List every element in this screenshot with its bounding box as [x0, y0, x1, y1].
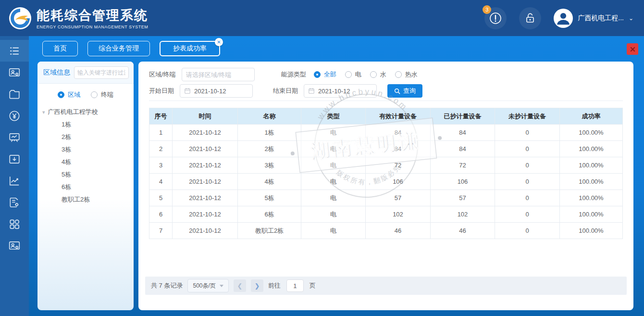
table-cell: 0	[495, 174, 560, 190]
app-subtitle: ENERGY CONSUMPTION MANAGEMENT SYSTEM	[37, 25, 148, 29]
user-menu[interactable]: 广西机电工程... ⌄	[554, 9, 633, 28]
tab-2[interactable]: 抄表成功率✕	[160, 41, 220, 56]
tree-node[interactable]: 4栋	[42, 156, 134, 168]
tree-node[interactable]: 6栋	[42, 181, 134, 193]
tabbar: 首页综合业务管理抄表成功率✕	[29, 36, 644, 61]
results-panel: 区域/终端 能源类型 全部电水热水 开始日期 2021-10-12 结束日期	[138, 62, 633, 310]
table-cell: 106	[431, 174, 495, 190]
page-size-select[interactable]: 500条/页	[187, 279, 228, 292]
table-cell: 100.00%	[560, 141, 623, 157]
menu-list-icon[interactable]	[0, 40, 29, 62]
unlock-icon	[523, 11, 537, 25]
user-name: 广西机电工程...	[578, 14, 624, 23]
start-date-input[interactable]: 2021-10-12	[180, 84, 253, 98]
table-row[interactable]: 12021-10-121栋电84840100.00%	[149, 125, 623, 141]
radio-区域[interactable]: 区域	[58, 90, 80, 99]
table-cell: 84	[431, 125, 495, 141]
content-area: 首页综合业务管理抄表成功率✕ 区域信息 区域终端 ▾ 广西机电工程学校 1栋2栋…	[29, 36, 644, 316]
table-cell: 2021-10-12	[173, 141, 238, 157]
document-gear-icon[interactable]	[0, 191, 29, 213]
table-cell: 84	[366, 125, 431, 141]
notification-badge: 3	[483, 5, 491, 14]
presentation-chart-icon[interactable]	[0, 126, 29, 148]
table-cell: 2021-10-12	[173, 190, 238, 206]
radio-终端[interactable]: 终端	[91, 90, 113, 99]
tree-node[interactable]: 3栋	[42, 143, 134, 156]
table-cell: 0	[495, 206, 560, 223]
table-cell: 0	[495, 125, 560, 141]
results-table: 序号时间名称类型有效计量设备已抄计量设备未抄计量设备成功率 12021-10-1…	[149, 108, 623, 239]
table-cell: 7	[149, 223, 173, 239]
grid-apps-icon[interactable]	[0, 213, 29, 235]
user-card-gear-icon[interactable]	[0, 62, 29, 83]
tree-node[interactable]: 1栋	[42, 118, 134, 131]
table-cell: 100.00%	[560, 190, 623, 206]
table-cell: 100.00%	[560, 157, 623, 174]
table-cell: 0	[495, 223, 560, 239]
table-cell: 电	[301, 125, 366, 141]
tab-1[interactable]: 综合业务管理	[87, 41, 150, 56]
table-cell: 2	[149, 141, 173, 157]
radio-热水[interactable]: 热水	[395, 70, 418, 79]
tab-0[interactable]: 首页	[42, 41, 78, 56]
table-cell: 100.00%	[560, 174, 623, 190]
query-button-label: 查询	[403, 87, 416, 95]
alert-circle-icon	[488, 11, 503, 25]
table-row[interactable]: 22021-10-122栋电84840100.00%	[149, 141, 623, 157]
end-date-value: 2021-10-12	[318, 88, 350, 95]
table-cell: 84	[366, 141, 431, 157]
lock-button[interactable]	[519, 7, 541, 29]
tree-node[interactable]: 教职工2栋	[42, 193, 134, 206]
table-cell: 100.00%	[560, 125, 623, 141]
table-row[interactable]: 72021-10-12教职工2栋电46460100.00%	[149, 223, 623, 239]
keyword-search-input[interactable]	[74, 66, 129, 79]
person-icon	[554, 9, 573, 28]
goto-page-input[interactable]	[286, 279, 304, 292]
app: 能耗综合管理系统 ENERGY CONSUMPTION MANAGEMENT S…	[0, 0, 644, 316]
radio-水[interactable]: 水	[370, 70, 386, 79]
region-panel-title: 区域信息	[43, 68, 70, 77]
table-cell: 2021-10-12	[173, 174, 238, 190]
folder-download-icon[interactable]	[0, 148, 29, 170]
table-row[interactable]: 32021-10-123栋电72720100.00%	[149, 157, 623, 174]
filter-row-1: 区域/终端 能源类型 全部电水热水	[149, 68, 418, 81]
column-header: 有效计量设备	[366, 108, 431, 125]
caret-down-icon: ▾	[42, 109, 45, 115]
table-cell: 72	[431, 157, 495, 174]
page-close-button[interactable]	[627, 43, 638, 55]
filter-bar: 区域/终端 能源类型 全部电水热水 开始日期 2021-10-12 结束日期	[149, 62, 623, 101]
radio-label: 水	[380, 70, 386, 79]
notification-button[interactable]: 3	[484, 7, 507, 29]
table-row[interactable]: 42021-10-124栋电1061060100.00%	[149, 174, 623, 190]
radio-dot-icon	[58, 91, 64, 98]
table-cell: 教职工2栋	[238, 223, 301, 239]
calendar-icon	[184, 88, 191, 94]
radio-dot-icon	[314, 71, 321, 78]
tree-root-node[interactable]: ▾ 广西机电工程学校	[42, 106, 134, 118]
app-header: 能耗综合管理系统 ENERGY CONSUMPTION MANAGEMENT S…	[0, 0, 644, 36]
table-cell: 0	[495, 157, 560, 174]
radio-电[interactable]: 电	[345, 70, 361, 79]
line-chart-icon[interactable]	[0, 170, 29, 191]
table-cell: 106	[366, 174, 431, 190]
table-row[interactable]: 52021-10-125栋电57570100.00%	[149, 190, 623, 206]
tree-node[interactable]: 5栋	[42, 168, 134, 181]
table-cell: 电	[301, 206, 366, 223]
area-select-input[interactable]	[182, 68, 255, 81]
prev-page-button[interactable]: ❮	[234, 279, 246, 292]
search-icon	[394, 88, 400, 94]
money-yen-icon[interactable]	[0, 105, 29, 126]
tab-close-icon[interactable]: ✕	[215, 38, 223, 46]
user-card-gear-icon-2[interactable]	[0, 235, 29, 256]
table-cell: 6栋	[238, 206, 301, 223]
close-icon	[630, 46, 636, 52]
tab-label: 抄表成功率	[173, 44, 207, 52]
tree-node[interactable]: 2栋	[42, 131, 134, 143]
radio-全部[interactable]: 全部	[314, 70, 336, 79]
table-row[interactable]: 62021-10-126栋电1021020100.00%	[149, 206, 623, 223]
next-page-button[interactable]: ❯	[251, 279, 263, 292]
calendar-icon	[308, 88, 315, 94]
query-button[interactable]: 查询	[387, 84, 422, 98]
folder-icon[interactable]	[0, 83, 29, 105]
end-date-input[interactable]: 2021-10-12	[304, 84, 377, 98]
